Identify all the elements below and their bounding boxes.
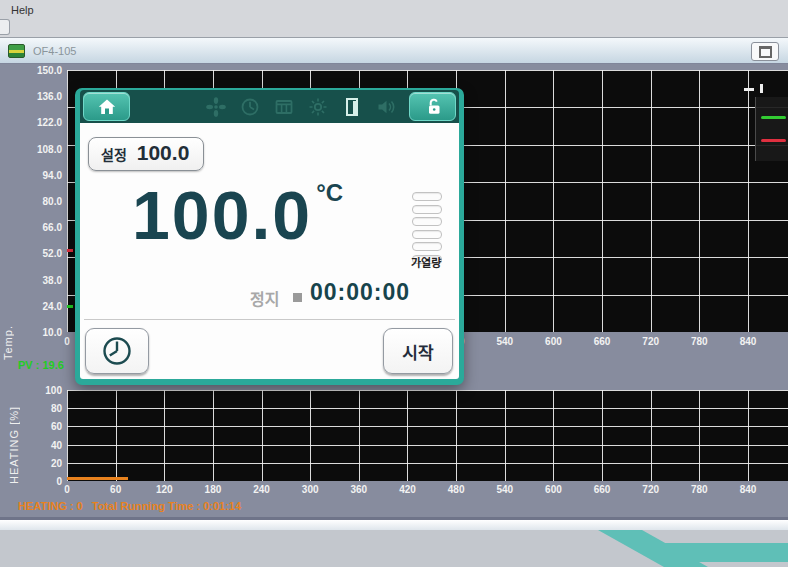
axis-tick-label: 180 — [205, 484, 222, 495]
sv-axis-marker — [67, 249, 73, 252]
heating-y-axis: 100806040200 — [26, 390, 62, 481]
timer-clock-icon — [100, 334, 134, 368]
heater-label: 가열량 — [411, 254, 441, 270]
axis-tick-label: 150.0 — [37, 65, 62, 76]
axis-tick-label: 10.0 — [43, 327, 62, 338]
clock-icon — [239, 96, 261, 118]
heating-x-axis: 0601201802403003604204805406006607207808… — [67, 484, 748, 496]
chart-legend — [755, 97, 788, 161]
restore-button[interactable] — [751, 42, 779, 61]
legend-text-fragment — [744, 88, 754, 91]
temperature-unit: °C — [316, 179, 343, 206]
toolbar-button-partial[interactable] — [0, 19, 10, 35]
start-button-label: 시작 — [402, 339, 433, 364]
set-label: 설정 — [101, 144, 127, 164]
sound-icon — [375, 96, 397, 118]
legend-pv-line — [761, 116, 786, 119]
heater-bar — [412, 217, 442, 226]
axis-tick-label: 80.0 — [43, 196, 62, 207]
heating-data-line — [67, 477, 128, 480]
heating-axis-title: HEATING [%] — [8, 392, 20, 484]
axis-tick-label: 20 — [51, 457, 62, 468]
lock-open-icon — [422, 96, 444, 118]
temperature-axis-title: Temp. — [2, 290, 14, 360]
light-icon — [307, 96, 329, 118]
axis-tick-label: 60 — [51, 421, 62, 432]
axis-tick-label: 60 — [110, 484, 121, 495]
heater-bar — [412, 205, 442, 214]
dialog-body: 설정 100.0 100.0°C 가열량 정지 00:00:00 — [80, 123, 459, 379]
axis-tick-label: 0 — [56, 476, 62, 487]
axis-tick-label: 80 — [51, 403, 62, 414]
timer-button[interactable] — [85, 328, 149, 374]
menu-bar: Help — [0, 0, 788, 38]
axis-tick-label: 540 — [496, 336, 513, 347]
axis-tick-label: 108.0 — [37, 143, 62, 154]
door-open-icon — [341, 96, 363, 118]
controller-dialog: 설정 100.0 100.0°C 가열량 정지 00:00:00 — [75, 88, 464, 385]
heater-bar — [412, 242, 442, 251]
axis-tick-label: 360 — [351, 484, 368, 495]
menu-item-help[interactable]: Help — [7, 3, 38, 17]
window-title: OF4-105 — [33, 45, 76, 57]
axis-tick-label: 780 — [691, 484, 708, 495]
window-title-bar[interactable]: OF4-105 — [0, 38, 788, 64]
legend-text-fragment — [760, 84, 763, 93]
stop-indicator-icon — [293, 293, 302, 302]
dialog-status-icons — [205, 96, 397, 118]
axis-tick-label: 240 — [253, 484, 270, 495]
dialog-header — [80, 90, 459, 123]
axis-tick-label: 840 — [740, 484, 757, 495]
axis-tick-label: 40 — [51, 439, 62, 450]
axis-tick-label: 480 — [448, 484, 465, 495]
axis-tick-label: 300 — [302, 484, 319, 495]
axis-tick-label: 660 — [594, 484, 611, 495]
pv-readout: PV : 19.6 — [18, 359, 64, 371]
axis-tick-label: 24.0 — [43, 300, 62, 311]
heater-bar — [412, 192, 442, 201]
axis-tick-label: 720 — [642, 484, 659, 495]
restore-icon — [759, 46, 772, 58]
axis-tick-label: 780 — [691, 336, 708, 347]
home-icon — [96, 96, 118, 118]
axis-tick-label: 540 — [496, 484, 513, 495]
run-status-label: 정지 — [250, 286, 279, 310]
heater-level-indicator — [412, 192, 442, 264]
temperature-value: 100.0 — [132, 177, 312, 253]
axis-tick-label: 94.0 — [43, 169, 62, 180]
axis-tick-label: 600 — [545, 336, 562, 347]
axis-tick-label: 0 — [64, 484, 70, 495]
temperature-y-axis: 150.0136.0122.0108.094.080.066.052.038.0… — [20, 70, 62, 332]
axis-tick-label: 100 — [45, 385, 62, 396]
heater-bar — [412, 230, 442, 239]
chamber-icon — [273, 96, 295, 118]
home-button[interactable] — [83, 92, 130, 121]
set-value: 100.0 — [137, 141, 190, 165]
elapsed-time-display: 00:00:00 — [310, 279, 410, 306]
axis-tick-label: 66.0 — [43, 222, 62, 233]
heating-chart-plot — [67, 390, 788, 481]
dialog-divider — [84, 319, 455, 320]
legend-sv-line — [761, 139, 786, 142]
fan-icon — [205, 96, 227, 118]
axis-tick-label: 420 — [399, 484, 416, 495]
temperature-display: 100.0°C — [132, 181, 343, 249]
set-temperature-button[interactable]: 설정 100.0 — [88, 137, 204, 171]
bottom-gloss-stripe — [0, 520, 788, 530]
axis-tick-label: 120 — [156, 484, 173, 495]
status-bar-text: HEATING : 0 Total Running Time : 0:01:14 — [18, 500, 241, 512]
axis-tick-label: 122.0 — [37, 117, 62, 128]
axis-tick-label: 660 — [594, 336, 611, 347]
axis-tick-label: 0 — [64, 336, 70, 347]
axis-tick-label: 840 — [740, 336, 757, 347]
axis-tick-label: 52.0 — [43, 248, 62, 259]
pv-axis-marker — [67, 305, 73, 308]
axis-tick-label: 720 — [642, 336, 659, 347]
application-window: Help OF4-105 150.0136.0122.0108.094.080.… — [0, 0, 788, 567]
teal-ribbon-band — [655, 543, 788, 562]
axis-tick-label: 600 — [545, 484, 562, 495]
start-button[interactable]: 시작 — [383, 328, 453, 374]
axis-tick-label: 38.0 — [43, 274, 62, 285]
lock-button[interactable] — [409, 92, 456, 121]
window-icon — [8, 44, 25, 58]
